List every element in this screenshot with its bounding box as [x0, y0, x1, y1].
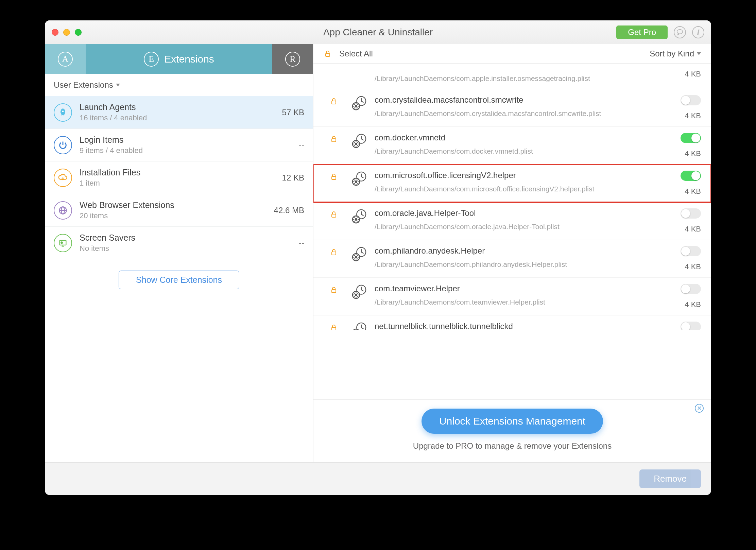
svg-point-16	[355, 143, 358, 145]
remaining-icon: R	[285, 52, 300, 67]
item-name: com.teamviewer.Helper	[375, 284, 660, 293]
category-title: Login Items	[80, 135, 291, 145]
item-size: 4 KB	[685, 149, 701, 158]
svg-point-20	[355, 181, 358, 183]
svg-point-7	[61, 242, 63, 243]
daemon-icon	[351, 208, 367, 224]
enable-toggle[interactable]	[681, 208, 701, 219]
category-subtitle: 9 items / 4 enabled	[80, 146, 291, 155]
item-path: /Library/LaunchDaemons/com.teamviewer.He…	[375, 298, 660, 306]
unlock-management-button[interactable]: Unlock Extensions Management	[422, 409, 603, 434]
category-size: 57 KB	[282, 108, 304, 117]
daemon-icon	[351, 322, 367, 330]
item-path: /Library/LaunchDaemons/com.microsoft.off…	[375, 185, 660, 193]
titlebar: App Cleaner & Uninstaller Get Pro i	[45, 20, 711, 44]
category-size: 42.6 MB	[274, 206, 304, 215]
promo-text: Upgrade to PRO to manage & remove your E…	[313, 441, 711, 451]
chevron-down-icon	[116, 84, 120, 86]
svg-point-32	[355, 294, 358, 296]
item-path: /Library/LaunchDaemons/com.crystalidea.m…	[375, 109, 660, 118]
category-size: --	[299, 238, 304, 248]
list-item[interactable]: com.philandro.anydesk.Helper /Library/La…	[313, 240, 711, 278]
lock-icon	[330, 286, 338, 294]
category-item[interactable]: Login Items 9 items / 4 enabled --	[45, 128, 313, 161]
list-item[interactable]: com.crystalidea.macsfancontrol.smcwrite …	[313, 89, 711, 127]
tab-applications[interactable]: A	[45, 44, 86, 74]
svg-point-3	[62, 110, 64, 112]
promo-panel: ✕ Unlock Extensions Management Upgrade t…	[313, 399, 711, 462]
svg-rect-9	[332, 101, 336, 104]
app-window: App Cleaner & Uninstaller Get Pro i A E …	[45, 20, 711, 495]
svg-rect-8	[326, 53, 330, 56]
close-promo-button[interactable]: ✕	[695, 404, 704, 413]
extensions-icon: E	[144, 52, 159, 67]
item-name: com.philandro.anydesk.Helper	[375, 246, 660, 256]
svg-rect-13	[332, 139, 336, 142]
tab-extensions-label: Extensions	[164, 53, 214, 65]
item-size: 4 KB	[685, 187, 701, 196]
list-item[interactable]: com.oracle.java.Helper-Tool /Library/Lau…	[313, 202, 711, 240]
item-size: 4 KB	[685, 262, 701, 271]
enable-toggle[interactable]	[681, 95, 701, 105]
svg-rect-21	[332, 214, 336, 217]
sidebar: A E Extensions R User Extensions Launch …	[45, 44, 313, 462]
tab-remaining[interactable]: R	[272, 44, 313, 74]
rocket-icon	[54, 103, 72, 122]
list-header: Select All Sort by Kind	[313, 44, 711, 64]
item-size: 4 KB	[685, 225, 701, 234]
category-item[interactable]: Screen Savers No items --	[45, 226, 313, 259]
category-item[interactable]: Launch Agents 16 items / 4 enabled 57 KB	[45, 96, 313, 128]
enable-toggle[interactable]	[681, 322, 701, 330]
main-panel: Select All Sort by Kind /Library/LaunchD…	[313, 44, 711, 462]
item-name: com.docker.vmnetd	[375, 133, 660, 142]
lock-icon	[330, 248, 338, 256]
list-item[interactable]: net.tunnelblick.tunnelblick.tunnelblickd	[313, 315, 711, 330]
category-title: Web Browser Extensions	[80, 200, 267, 210]
item-name: com.crystalidea.macsfancontrol.smcwrite	[375, 95, 660, 105]
enable-toggle[interactable]	[681, 133, 701, 143]
daemon-icon	[351, 171, 367, 186]
enable-toggle[interactable]	[681, 171, 701, 181]
window-title: App Cleaner & Uninstaller	[45, 27, 711, 38]
remove-button[interactable]: Remove	[639, 469, 701, 488]
svg-rect-29	[332, 290, 336, 293]
list-item[interactable]: com.docker.vmnetd /Library/LaunchDaemons…	[313, 127, 711, 165]
lock-icon	[330, 210, 338, 219]
power-icon	[54, 136, 72, 154]
mode-tabs: A E Extensions R	[45, 44, 313, 74]
filter-label: User Extensions	[54, 80, 113, 90]
svg-point-12	[355, 105, 358, 108]
list-item[interactable]: com.teamviewer.Helper /Library/LaunchDae…	[313, 278, 711, 315]
lock-icon	[330, 135, 338, 143]
enable-toggle[interactable]	[681, 284, 701, 294]
lock-icon	[330, 97, 338, 105]
item-path: /Library/LaunchDaemons/com.docker.vmnetd…	[375, 147, 660, 155]
category-item[interactable]: Installation Files 1 item 12 KB	[45, 161, 313, 194]
globe-icon	[54, 201, 72, 220]
category-size: --	[299, 140, 304, 150]
category-subtitle: 1 item	[80, 179, 275, 188]
item-size: 4 KB	[685, 111, 701, 120]
item-size: 4 KB	[685, 300, 701, 309]
sort-dropdown[interactable]: Sort by Kind	[650, 49, 701, 58]
item-name: net.tunnelblick.tunnelblick.tunnelblickd	[375, 322, 660, 330]
list-item[interactable]: /Library/LaunchDaemons/com.apple.install…	[313, 64, 711, 89]
screen-icon	[54, 234, 72, 252]
category-subtitle: 16 items / 4 enabled	[80, 114, 275, 122]
category-list: Launch Agents 16 items / 4 enabled 57 KB…	[45, 96, 313, 259]
list-item[interactable]: com.microsoft.office.licensingV2.helper …	[313, 165, 711, 202]
show-core-extensions-button[interactable]: Show Core Extensions	[119, 271, 239, 289]
filter-dropdown[interactable]: User Extensions	[45, 74, 313, 96]
category-title: Installation Files	[80, 168, 275, 177]
select-all-checkbox[interactable]: Select All	[339, 49, 373, 58]
category-item[interactable]: Web Browser Extensions 20 items 42.6 MB	[45, 194, 313, 226]
tab-extensions[interactable]: E Extensions	[86, 44, 272, 74]
item-path: /Library/LaunchDaemons/com.oracle.java.H…	[375, 223, 660, 231]
lock-icon	[330, 324, 338, 330]
enable-toggle[interactable]	[681, 246, 701, 256]
daemon-icon	[351, 246, 367, 262]
chevron-down-icon	[697, 52, 701, 55]
applications-icon: A	[58, 52, 73, 67]
item-size: 4 KB	[685, 70, 701, 79]
daemon-icon	[351, 95, 367, 111]
